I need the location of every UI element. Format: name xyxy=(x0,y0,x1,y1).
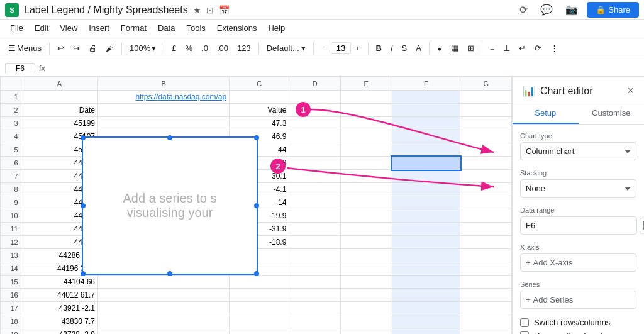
fill-color-button[interactable]: ⬥ xyxy=(434,42,445,54)
cell-a[interactable]: 44104 66 xyxy=(21,276,97,289)
chart-handle-ml[interactable] xyxy=(80,203,86,208)
cell-g[interactable] xyxy=(460,143,512,157)
cell-ref-input[interactable] xyxy=(5,63,35,74)
switch-rows-checkbox-row[interactable]: Switch rows/columns xyxy=(520,318,636,327)
cell-d[interactable] xyxy=(289,117,341,130)
cell-d[interactable] xyxy=(289,315,341,328)
video-button[interactable]: 📷 xyxy=(562,3,582,17)
editor-close-button[interactable]: × xyxy=(627,84,634,97)
history-button[interactable]: ⟳ xyxy=(516,3,531,17)
add-xaxis-button[interactable]: + Add X-axis xyxy=(520,253,636,272)
cell-g[interactable] xyxy=(460,196,512,209)
menu-file[interactable]: File xyxy=(5,22,28,34)
cell-a[interactable]: 43830 7.7 xyxy=(21,315,97,328)
cell-e[interactable] xyxy=(340,143,392,157)
cell-g[interactable] xyxy=(460,183,512,196)
chart-type-select[interactable]: Column chart xyxy=(520,142,636,160)
zoom-button[interactable]: 100% ▾ xyxy=(126,42,159,54)
cell-d[interactable] xyxy=(289,104,341,117)
chart-overlay[interactable]: Add a series to s visualising your xyxy=(82,136,258,275)
cell-d[interactable] xyxy=(289,196,341,209)
cell-e[interactable] xyxy=(340,196,392,209)
cell-a[interactable]: 43921 -2.1 xyxy=(21,302,97,315)
col-header-e[interactable]: E xyxy=(340,77,392,91)
use-row6-checkbox[interactable] xyxy=(520,331,529,335)
menu-tools[interactable]: Tools xyxy=(181,22,210,34)
col-header-f[interactable]: F xyxy=(392,77,460,91)
cell-f[interactable] xyxy=(392,91,460,104)
align-v-button[interactable]: ⊥ xyxy=(500,42,513,54)
add-series-button[interactable]: + Add Series xyxy=(520,291,636,309)
cell-b[interactable]: https://data.nasdaq.com/ap xyxy=(98,91,230,104)
cell-g[interactable] xyxy=(460,170,512,183)
comment-button[interactable]: 💬 xyxy=(536,3,557,17)
print-button[interactable]: 🖨 xyxy=(86,42,100,54)
cell-c[interactable]: Value xyxy=(230,104,289,117)
cell-b[interactable] xyxy=(98,328,230,335)
cell-c[interactable] xyxy=(230,91,289,104)
strikethrough-button[interactable]: S xyxy=(399,42,411,54)
cell-f[interactable] xyxy=(392,223,460,236)
cell-c[interactable]: 47.3 xyxy=(230,117,289,130)
cell-g[interactable] xyxy=(460,91,512,104)
cell-b[interactable] xyxy=(98,104,230,117)
chart-handle-tl[interactable] xyxy=(80,135,86,140)
font-button[interactable]: Default... ▾ xyxy=(264,42,309,54)
cell-d[interactable] xyxy=(289,170,341,183)
cell-f[interactable] xyxy=(392,328,460,335)
cell-g[interactable] xyxy=(460,130,512,143)
number-format-button[interactable]: 123 xyxy=(234,42,254,54)
cell-e[interactable] xyxy=(340,315,392,328)
menus-button[interactable]: ☰ Menus xyxy=(5,42,45,54)
cell-c[interactable] xyxy=(230,289,289,302)
col-header-b[interactable]: B xyxy=(98,77,230,91)
switch-rows-checkbox[interactable] xyxy=(520,318,529,327)
cell-f[interactable] xyxy=(392,143,460,157)
cell-f[interactable] xyxy=(392,130,460,143)
cell-g[interactable] xyxy=(460,223,512,236)
cell-e[interactable] xyxy=(340,183,392,196)
select-range-button[interactable] xyxy=(640,218,644,234)
cell-g[interactable] xyxy=(460,315,512,328)
cell-g[interactable] xyxy=(460,117,512,130)
cell-g[interactable] xyxy=(460,262,512,276)
stacking-select[interactable]: None xyxy=(520,179,636,198)
chart-handle-br[interactable] xyxy=(254,271,259,276)
cell-g[interactable] xyxy=(460,209,512,223)
cell-g[interactable] xyxy=(460,236,512,249)
col-header-a[interactable]: A xyxy=(21,77,97,91)
cell-f[interactable] xyxy=(392,236,460,249)
cell-d[interactable] xyxy=(289,143,341,157)
cell-e[interactable] xyxy=(340,289,392,302)
cell-f[interactable] xyxy=(392,276,460,289)
formula-input[interactable] xyxy=(49,64,639,73)
menu-edit[interactable]: Edit xyxy=(30,22,53,34)
menu-format[interactable]: Format xyxy=(116,22,152,34)
cell-d[interactable] xyxy=(289,91,341,104)
align-h-button[interactable]: ≡ xyxy=(487,42,498,54)
cell-e[interactable] xyxy=(340,328,392,335)
cell-f[interactable] xyxy=(392,315,460,328)
cell-g[interactable] xyxy=(460,302,512,315)
currency-button[interactable]: £ xyxy=(169,42,179,54)
cell-f[interactable] xyxy=(392,249,460,262)
share-button[interactable]: 🔒 Share xyxy=(587,2,639,18)
cell-g[interactable] xyxy=(460,276,512,289)
cell-e[interactable] xyxy=(340,170,392,183)
cell-g[interactable] xyxy=(460,157,512,170)
cell-g[interactable] xyxy=(460,104,512,117)
menu-help[interactable]: Help xyxy=(263,22,290,34)
data-range-input[interactable] xyxy=(520,216,637,235)
cell-g[interactable] xyxy=(460,249,512,262)
col-header-g[interactable]: G xyxy=(460,77,512,91)
cell-c[interactable] xyxy=(230,328,289,335)
col-header-d[interactable]: D xyxy=(289,77,341,91)
cell-a[interactable]: 43738 -3.9 xyxy=(21,328,97,335)
cell-b[interactable] xyxy=(98,117,230,130)
cell-e[interactable] xyxy=(340,157,392,170)
decimal-dec-button[interactable]: .0 xyxy=(198,42,211,54)
menu-view[interactable]: View xyxy=(55,22,82,34)
cell-d[interactable] xyxy=(289,276,341,289)
cell-a[interactable] xyxy=(21,91,97,104)
star-icon[interactable]: ★ xyxy=(193,5,201,15)
